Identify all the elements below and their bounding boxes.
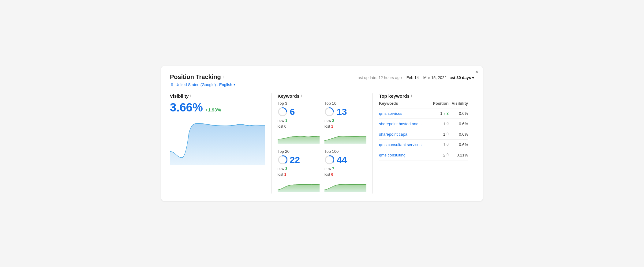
- position-zero: 0: [447, 142, 449, 147]
- visibility-value-row: 3.66% +1.93%: [170, 101, 265, 114]
- kw-cell-visibility: 0.6%: [449, 118, 468, 129]
- last-days-label: last 30 days: [448, 75, 471, 80]
- kw-top20-chart: [278, 179, 320, 192]
- kw-top100-circle-icon: [324, 155, 334, 165]
- visibility-title-text: Visibility: [170, 93, 189, 99]
- kw-top10-lost: lost 1: [324, 124, 366, 130]
- kw-top10-chart: [324, 131, 366, 144]
- kw-cell-visibility: 0.6%: [449, 108, 468, 118]
- keywords-grid: Top 3 6 new 1 lost 0: [278, 101, 367, 194]
- close-icon[interactable]: ×: [475, 69, 478, 75]
- position-number: 2: [443, 153, 445, 157]
- keywords-title: Keywords i: [278, 93, 367, 99]
- main-grid: Visibility i 3.66% +1.93%: [170, 93, 474, 194]
- kw-cell-visibility: 0.6%: [449, 139, 468, 150]
- kw-top3-stats: new 1 lost 0: [278, 118, 320, 130]
- kw-cell-position: 2 0: [430, 150, 448, 160]
- top-keywords-info-icon[interactable]: i: [411, 94, 412, 98]
- kw-top20-stats: new 3 lost 1: [278, 166, 320, 178]
- location-chevron-icon: ▾: [234, 83, 235, 87]
- kw-top10-circle-icon: [324, 107, 334, 117]
- visibility-chart: [170, 118, 265, 167]
- position-zero: 0: [447, 122, 449, 126]
- visibility-percentage: 3.66%: [170, 101, 203, 114]
- visibility-title: Visibility i: [170, 93, 265, 99]
- svg-point-3: [325, 156, 333, 164]
- kw-cell-visibility: 0.21%: [449, 150, 468, 160]
- kw-top3: Top 3 6 new 1 lost 0: [278, 101, 320, 145]
- keywords-title-text: Keywords: [278, 93, 300, 99]
- kw-top100-stats: new 7 lost 6: [324, 166, 366, 178]
- kw-cell-keyword[interactable]: sharepoint hosted and...: [379, 118, 430, 129]
- kw-cell-keyword[interactable]: qms consultant services: [379, 139, 430, 150]
- header-meta: Last update: 12 hours ago | Feb 14 – Mar…: [355, 75, 474, 80]
- visibility-change: +1.93%: [205, 107, 221, 112]
- meta-divider: |: [403, 75, 404, 80]
- top-keywords-title: Top keywords i: [379, 93, 468, 99]
- header-top: Position Tracking i Last update: 12 hour…: [170, 73, 474, 81]
- top-keywords-tbody: qms services1 ↑ 20.6%sharepoint hosted a…: [379, 108, 468, 160]
- kw-top10-new: new 2: [324, 118, 366, 124]
- keywords-info-icon[interactable]: i: [301, 94, 302, 98]
- table-row: qms consultant services1 00.6%: [379, 139, 468, 150]
- kw-cell-position: 1 0: [430, 139, 448, 150]
- location-label: United States (Google) · English: [175, 82, 232, 87]
- kw-top100-value-row: 44: [324, 155, 366, 165]
- kw-cell-position: 1 ↑ 2: [430, 108, 448, 118]
- title-info-icon[interactable]: i: [223, 75, 224, 79]
- col-header-position: Position: [430, 101, 448, 108]
- kw-top3-label: Top 3: [278, 101, 320, 106]
- position-change: 2: [447, 111, 449, 115]
- kw-top3-number: 6: [290, 107, 295, 116]
- table-row: qms services1 ↑ 20.6%: [379, 108, 468, 118]
- kw-top20-circle-icon: [278, 155, 287, 165]
- kw-top10: Top 10 13 new 2 lost 1: [324, 101, 366, 145]
- kw-top3-new: new 1: [278, 118, 320, 124]
- page-title: Position Tracking i: [170, 73, 224, 81]
- location-selector[interactable]: 🖥 United States (Google) · English ▾: [170, 82, 474, 87]
- position-number: 1: [443, 142, 445, 147]
- kw-top3-circle-icon: [278, 107, 287, 117]
- kw-cell-keyword[interactable]: qms services: [379, 108, 430, 118]
- position-zero: 0: [447, 153, 449, 157]
- kw-top10-number: 13: [337, 107, 347, 116]
- position-number: 1: [443, 132, 445, 137]
- table-row: sharepoint capa1 00.6%: [379, 129, 468, 139]
- visibility-info-icon[interactable]: i: [190, 94, 191, 98]
- kw-top10-stats: new 2 lost 1: [324, 118, 366, 130]
- visibility-section: Visibility i 3.66% +1.93%: [170, 93, 271, 194]
- title-text: Position Tracking: [170, 73, 221, 81]
- kw-cell-keyword[interactable]: qms consulting: [379, 150, 430, 160]
- top-keywords-title-text: Top keywords: [379, 93, 410, 99]
- kw-top20-lost: lost 1: [278, 172, 320, 178]
- kw-top100-new: new 7: [324, 166, 366, 172]
- position-number: 1: [440, 111, 442, 116]
- kw-top20: Top 20 22 new 3 lost 1: [278, 149, 320, 194]
- kw-top100: Top 100 44 new 7 lost 6: [324, 149, 366, 194]
- kw-top10-value-row: 13: [324, 107, 366, 117]
- kw-top100-lost: lost 6: [324, 172, 366, 178]
- last-update-label: Last update: 12 hours ago: [355, 75, 402, 80]
- top-keywords-table: Keywords Position Visibility qms service…: [379, 101, 468, 160]
- kw-top20-number: 22: [290, 155, 300, 164]
- position-zero: 0: [447, 132, 449, 136]
- kw-top20-new: new 3: [278, 166, 320, 172]
- kw-top3-value-row: 6: [278, 107, 320, 117]
- top-keywords-section: Top keywords i Keywords Position Visibil…: [373, 93, 474, 194]
- kw-top3-lost: lost 0: [278, 124, 320, 130]
- monitor-icon: 🖥: [170, 82, 174, 87]
- kw-cell-position: 1 0: [430, 118, 448, 129]
- col-header-keywords: Keywords: [379, 101, 430, 108]
- kw-top100-label: Top 100: [324, 149, 366, 154]
- kw-top3-chart: [278, 131, 320, 144]
- kw-top100-number: 44: [337, 155, 347, 164]
- table-header-row: Keywords Position Visibility: [379, 101, 468, 108]
- kw-top100-chart: [324, 179, 366, 192]
- last-days-dropdown[interactable]: last 30 days ▾: [448, 75, 474, 80]
- kw-cell-keyword[interactable]: sharepoint capa: [379, 129, 430, 139]
- position-number: 1: [443, 122, 445, 126]
- date-range: Feb 14 – Mar 15, 2022: [406, 75, 447, 80]
- table-row: sharepoint hosted and...1 00.6%: [379, 118, 468, 129]
- position-tracking-card: × Position Tracking i Last update: 12 ho…: [161, 66, 483, 201]
- col-header-visibility: Visibility: [449, 101, 468, 108]
